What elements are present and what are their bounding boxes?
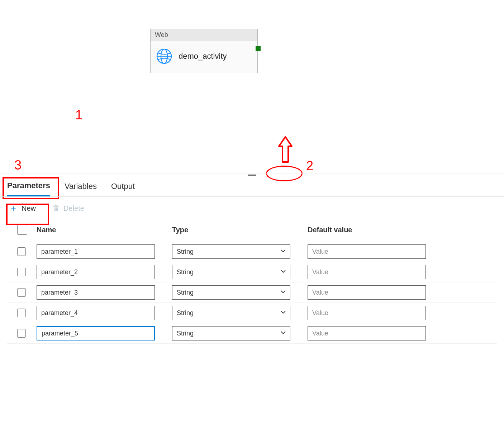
bottom-panel-tabs: Parameters Variables Output bbox=[0, 177, 504, 197]
tab-output[interactable]: Output bbox=[111, 182, 135, 196]
table-row: String bbox=[7, 323, 497, 344]
pipeline-canvas[interactable]: Web demo_activity 1 bbox=[0, 0, 504, 173]
param-name-input[interactable] bbox=[37, 306, 155, 320]
table-row: String bbox=[7, 282, 497, 303]
row-checkbox[interactable] bbox=[17, 268, 26, 276]
param-type-label: String bbox=[177, 248, 194, 256]
param-type-select[interactable]: String bbox=[172, 306, 290, 320]
param-name-input[interactable] bbox=[37, 265, 155, 279]
table-row: String bbox=[7, 262, 497, 282]
row-checkbox[interactable] bbox=[17, 288, 26, 297]
row-checkbox[interactable] bbox=[17, 247, 26, 256]
annotation-marker-3: 3 bbox=[14, 158, 22, 173]
param-default-value-input[interactable] bbox=[308, 326, 426, 340]
trash-icon bbox=[52, 204, 60, 212]
drag-bar-icon bbox=[248, 175, 256, 176]
delete-button-label: Delete bbox=[63, 204, 84, 213]
param-type-label: String bbox=[177, 330, 194, 337]
activity-type-label: Web bbox=[151, 29, 257, 41]
activity-name: demo_activity bbox=[179, 52, 227, 61]
param-type-select[interactable]: String bbox=[172, 265, 290, 279]
param-type-select[interactable]: String bbox=[172, 326, 290, 340]
param-default-value-input[interactable] bbox=[308, 244, 426, 259]
globe-icon bbox=[156, 48, 172, 64]
row-checkbox[interactable] bbox=[17, 329, 26, 338]
col-header-default-value: Default value bbox=[308, 226, 487, 234]
parameters-table: Name Type Default value StringStringStri… bbox=[0, 221, 504, 344]
param-type-label: String bbox=[177, 268, 194, 276]
param-default-value-input[interactable] bbox=[308, 265, 426, 279]
parameters-toolbar: ＋ New Delete bbox=[0, 197, 504, 221]
param-type-select[interactable]: String bbox=[172, 285, 290, 300]
annotation-box-new bbox=[6, 204, 49, 225]
param-type-select[interactable]: String bbox=[172, 244, 290, 259]
svg-marker-3 bbox=[279, 137, 292, 162]
activity-output-port[interactable] bbox=[256, 46, 261, 51]
tab-variables[interactable]: Variables bbox=[65, 182, 97, 196]
param-type-label: String bbox=[177, 289, 194, 296]
table-header-row: Name Type Default value bbox=[7, 221, 497, 242]
annotation-marker-1: 1 bbox=[75, 108, 82, 123]
chevron-down-icon bbox=[280, 289, 286, 297]
param-default-value-input[interactable] bbox=[308, 306, 426, 320]
panel-resize-handle[interactable] bbox=[0, 173, 504, 177]
chevron-down-icon bbox=[280, 309, 286, 317]
table-row: String bbox=[7, 242, 497, 262]
param-default-value-input[interactable] bbox=[308, 285, 426, 300]
select-all-checkbox[interactable] bbox=[17, 225, 27, 235]
param-name-input[interactable] bbox=[37, 285, 155, 300]
annotation-arrow-icon bbox=[275, 135, 295, 164]
delete-parameter-button: Delete bbox=[52, 204, 84, 213]
param-name-input[interactable] bbox=[37, 244, 155, 259]
param-type-label: String bbox=[177, 309, 194, 317]
table-row: String bbox=[7, 303, 497, 323]
col-header-type: Type bbox=[172, 226, 308, 234]
tab-parameters[interactable]: Parameters bbox=[7, 181, 50, 196]
param-name-input[interactable] bbox=[37, 326, 155, 340]
col-header-name: Name bbox=[37, 226, 172, 234]
annotation-marker-2: 2 bbox=[306, 158, 313, 173]
chevron-down-icon bbox=[280, 268, 286, 276]
chevron-down-icon bbox=[280, 329, 286, 338]
row-checkbox[interactable] bbox=[17, 309, 26, 317]
activity-node-web[interactable]: Web demo_activity bbox=[150, 29, 258, 73]
chevron-down-icon bbox=[280, 248, 286, 256]
